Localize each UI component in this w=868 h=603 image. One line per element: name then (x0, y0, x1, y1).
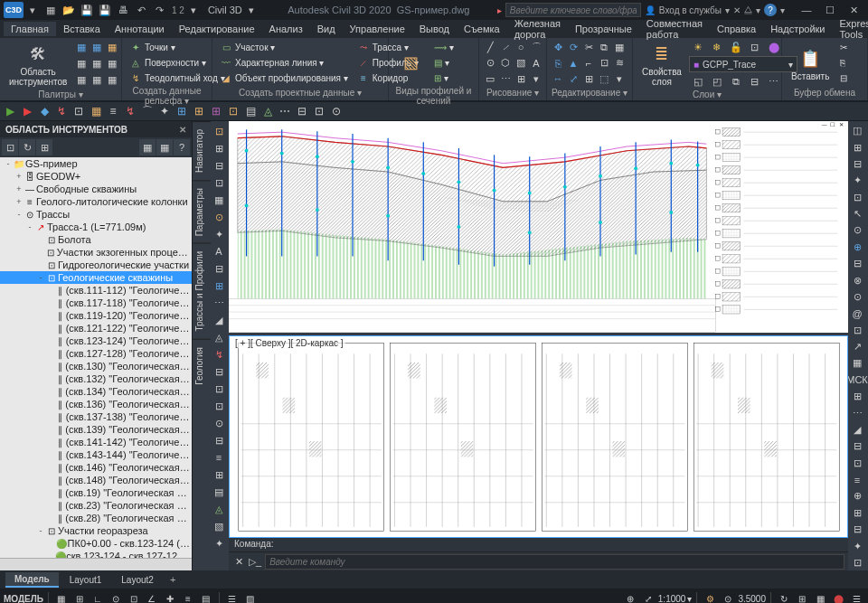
tb-icon[interactable]: ≡ (105, 103, 121, 119)
rb-icon[interactable]: ◢ (848, 422, 866, 438)
grading-button[interactable]: ◢Объект профилирования ▾ (216, 71, 352, 85)
copy-clip-icon[interactable]: ⎘ (836, 55, 851, 70)
tree-node[interactable]: ∥(скв.136) "Геологическая скважи (0, 398, 192, 410)
ts-icon[interactable]: ⊞ (36, 139, 52, 155)
horizontal-scrollbar[interactable] (0, 558, 192, 570)
rb-icon[interactable]: ▦ (848, 355, 866, 371)
layer-icon[interactable]: ❄ (708, 40, 726, 54)
vp-icon[interactable]: ⊞ (211, 278, 227, 294)
rb-icon[interactable]: ⊙ (848, 222, 866, 238)
match-icon[interactable]: ⊟ (836, 71, 851, 85)
viewport-profile[interactable]: —☐✕ (229, 121, 848, 335)
tree-node[interactable]: +🗄GEODW+ (0, 170, 192, 183)
tb-icon[interactable]: ⋯ (277, 103, 293, 119)
side-tab[interactable]: Трассы и Профили (193, 243, 211, 339)
status-icon[interactable]: ↻ (776, 590, 792, 603)
ts-icon[interactable]: ? (174, 139, 190, 155)
navcube-icon[interactable]: ◫ (848, 123, 866, 138)
rb-icon[interactable]: @ (848, 306, 866, 321)
ribbon-tab[interactable]: Прозрачные (568, 22, 639, 36)
maximize-button[interactable]: ☐ (819, 3, 841, 17)
tree-node[interactable]: 🟢ПК0+0.00 - скв.123-124 (k=1) (0, 537, 192, 550)
toolspace-button[interactable]: 🛠 Область инструментов (4, 40, 72, 89)
array-icon[interactable]: ⊞ (581, 71, 596, 86)
app-logo[interactable]: C3D (4, 2, 24, 18)
tree-node[interactable]: ∥(скв.119-120) "Геологическая ск (0, 309, 192, 322)
side-tab[interactable]: Навигатор (193, 121, 211, 180)
rb-icon[interactable]: ⊞ (848, 389, 866, 404)
tree-node[interactable]: ∥(скв.117-118) "Геологическая ск (0, 297, 192, 309)
rb-icon[interactable]: ⊟ (848, 438, 866, 454)
tb-icon[interactable]: ▦ (88, 103, 104, 119)
layer-icon[interactable]: ⊡ (746, 40, 764, 54)
copy-icon[interactable]: ⎘ (551, 56, 565, 71)
viewport-plan[interactable]: [ + ][ Сверху ][ 2D-каркас ] (229, 335, 848, 538)
tb-icon[interactable]: ✦ (156, 103, 173, 119)
tree-node[interactable]: ∥(скв.139) "Геологическая скважи (0, 423, 192, 436)
draw-line-icon[interactable]: ╱ (483, 40, 497, 54)
vp-icon[interactable]: ⊟ (211, 432, 227, 448)
featureline-button[interactable]: 〰Характерная линия ▾ (216, 55, 352, 70)
tb-icon[interactable]: ↯ (122, 103, 138, 119)
layer-tool-icon[interactable]: ⋯ (765, 74, 783, 89)
move-icon[interactable]: ✥ (551, 40, 565, 54)
tree-node[interactable]: ∥(скв.141-142) "Геологическая ск (0, 436, 192, 448)
rb-icon[interactable]: ⊞ (848, 505, 866, 521)
tb-icon[interactable]: ◬ (259, 103, 276, 119)
dyn-icon[interactable]: ✚ (162, 590, 178, 603)
panel-label[interactable]: Слои ▾ (637, 89, 778, 100)
close-button[interactable]: ✕ (843, 3, 864, 17)
vp-icon[interactable]: ≡ (211, 449, 227, 466)
new-icon[interactable]: ▦ (42, 2, 59, 18)
status-icon[interactable]: ▦ (812, 590, 828, 603)
tb-icon[interactable]: ⊡ (225, 103, 241, 119)
status-icon[interactable]: ☰ (224, 590, 241, 603)
rb-icon[interactable]: ⊞ (848, 139, 866, 155)
tree-node[interactable]: ∥(скв.111-112) "Геологическая ск (0, 284, 192, 297)
vp-icon[interactable]: ⊟ (211, 157, 227, 174)
rb-icon[interactable]: ⊟ (848, 256, 866, 271)
ts-icon[interactable]: ▦ (139, 139, 156, 155)
rb-icon[interactable]: ✦ (848, 173, 866, 188)
command-icon[interactable]: ✕ (232, 555, 245, 568)
clean-icon[interactable]: ☰ (848, 590, 864, 603)
model-label[interactable]: МОДЕЛЬ (4, 594, 43, 604)
tree-node[interactable]: -⊡Геологические скважины (0, 271, 192, 284)
vp-icon[interactable]: ◢ (211, 312, 227, 328)
vp-icon[interactable]: ⊞ (211, 466, 227, 483)
panel-label[interactable]: Палитры ▾ (4, 89, 118, 100)
layerprops-button[interactable]: ≣Свойства слоя (637, 40, 687, 89)
panel-label[interactable]: Рисование ▾ (483, 87, 542, 99)
lwt-icon[interactable]: ≡ (180, 590, 196, 603)
parcel-button[interactable]: ▭Участок ▾ (216, 40, 352, 54)
tb-icon[interactable]: ⊡ (311, 103, 327, 119)
ribbon-tab[interactable]: Вывод (412, 22, 457, 36)
rb-icon[interactable]: МСК (848, 372, 866, 388)
login-label[interactable]: Вход в службы (659, 5, 722, 15)
palette-icon[interactable]: ▦ (90, 73, 104, 88)
vp-icon[interactable]: ⊡ (211, 381, 227, 397)
status-icon[interactable]: ▧ (242, 590, 259, 603)
palette-icon[interactable]: ▦ (90, 56, 104, 71)
palette-icon[interactable]: ▦ (74, 73, 89, 88)
draw-polyline-icon[interactable]: ⟋ (498, 40, 513, 54)
tab-layout2[interactable]: Layout2 (112, 573, 163, 587)
side-tab[interactable]: Геология (193, 339, 211, 392)
vp-icon[interactable]: ✦ (211, 535, 227, 551)
vp-icon[interactable]: A (211, 243, 227, 259)
vp-icon[interactable]: ◬ (211, 501, 227, 517)
rb-icon[interactable]: ✦ (848, 538, 866, 553)
track-icon[interactable]: ∠ (144, 590, 160, 603)
tree-node[interactable]: +—Свободные скважины (0, 183, 192, 195)
tb-icon[interactable]: ⊞ (208, 103, 224, 119)
rb-icon[interactable]: ⊡ (848, 555, 866, 570)
ts-icon[interactable]: ▦ (156, 139, 173, 155)
qat-menu-icon[interactable]: ▾ (24, 2, 41, 18)
tree-node[interactable]: ∥(скв.146) "Геологическая скважи (0, 461, 192, 474)
mirror-icon[interactable]: ▲ (566, 56, 580, 71)
tree-node[interactable]: ∥(скв.28) "Геологическая скважин (0, 512, 192, 524)
rb-icon[interactable]: ⊡ (848, 190, 866, 205)
exchange-icon[interactable]: ✕ (733, 5, 741, 15)
draw-icon[interactable]: ⋯ (498, 71, 513, 86)
side-tab[interactable]: Параметры (193, 180, 211, 243)
